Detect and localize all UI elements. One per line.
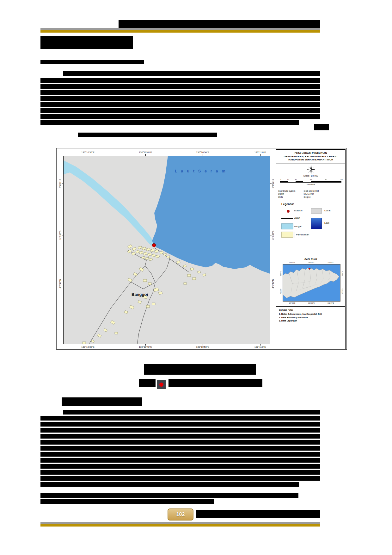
map-left-tick-label: 3°0'32"S xyxy=(59,231,62,240)
redacted-text-line xyxy=(40,499,214,504)
map-right-tick-label: 3°0'42"S xyxy=(272,279,274,289)
map-top-tick-label: 130°10'50"E xyxy=(196,151,209,154)
redacted-text-line xyxy=(40,482,299,487)
scale-tick: 30 xyxy=(295,178,297,180)
main-map: L a u t S e r a m Banggoi xyxy=(63,156,270,344)
legend-river-swatch xyxy=(281,223,293,229)
redacted-text-line xyxy=(40,84,320,89)
coordinate-system-block: Coordinate System: GCS WGS 1984 Datum: W… xyxy=(276,188,345,200)
scale-units-label: Kilometers xyxy=(276,184,345,185)
redacted-footer-text xyxy=(196,510,320,518)
inset-tick-label: 129°0'0"E xyxy=(289,262,295,264)
redacted-text-line xyxy=(40,458,320,463)
map-bottom-tick-label: 130°10'40"E xyxy=(139,346,152,348)
redacted-text-line xyxy=(63,410,320,415)
legend-settlement-swatch xyxy=(281,232,293,238)
inset-tick-label: 129°0'0"E xyxy=(289,302,295,304)
redacted-text-line xyxy=(40,120,299,125)
station-dot-icon xyxy=(159,382,164,387)
redacted-text-line xyxy=(78,133,217,137)
scale-tick: 15 xyxy=(287,178,289,180)
redacted-text-line xyxy=(40,493,298,498)
redacted-text-line xyxy=(40,428,320,433)
source-item: 2. Data Batimetry Indonesia xyxy=(279,316,343,320)
legend-title: Legenda: xyxy=(281,203,294,206)
map-title-line1: PETA LOKASI PENELITIAN xyxy=(284,152,338,155)
legend-darat-label: Darat xyxy=(324,209,331,212)
map-right-tick-label: 3°0'22"S xyxy=(272,179,274,188)
map-bottom-tick-label: 130°11'0"E xyxy=(254,346,266,348)
redacted-text-line xyxy=(40,452,320,457)
redacted-text-line xyxy=(40,108,320,113)
map-bottom-tick-label: 130°10'50"E xyxy=(196,346,209,348)
legend-divider-line xyxy=(295,232,295,238)
footer-rule-gold xyxy=(40,524,320,527)
coord-row: Coordinate System: GCS WGS 1984 xyxy=(278,190,343,192)
tick-mark xyxy=(270,235,272,235)
redacted-text-line xyxy=(40,102,320,107)
redacted-text-line xyxy=(40,422,320,427)
station-symbol xyxy=(157,380,166,389)
compass-rose-icon xyxy=(307,165,315,174)
map-left-tick-label: 3°0'22"S xyxy=(59,179,62,188)
coord-label: Coordinate System xyxy=(278,190,303,192)
map-title-line3: KABUPATEN SERAM BAGIAN TIMUR xyxy=(284,158,338,161)
map-title-line2: DESA BANGGOI, KECAMATAN BULA BARAT xyxy=(284,155,338,158)
redacted-section-title xyxy=(40,36,133,49)
map-right-tick-label: 3°0'32"S xyxy=(272,231,274,240)
legend-pemukiman-label: Pemukiman xyxy=(296,233,309,236)
coord-value: : GCS WGS 1984 xyxy=(303,190,319,192)
redacted-text-line xyxy=(40,446,320,451)
coord-row: Units: Degree xyxy=(278,196,343,198)
map-top-tick-label: 130°10'40"E xyxy=(139,151,152,154)
legend-jalan-label: Jalan xyxy=(294,216,300,219)
map-bottom-tick-label: 130°10'30"E xyxy=(81,346,94,348)
redacted-subsection-heading xyxy=(62,397,142,406)
scale-label: Skala : 1:4.000 xyxy=(276,175,345,177)
header-rule-gray xyxy=(40,28,320,30)
redacted-note-left xyxy=(139,379,156,387)
legend-land-swatch xyxy=(311,208,322,214)
village-label: Banggoi xyxy=(132,292,148,297)
redacted-figure-caption xyxy=(144,364,256,375)
redacted-subheading xyxy=(40,60,144,64)
legend-sungai-label: sungai xyxy=(294,225,302,228)
tick-mark xyxy=(270,284,272,284)
map-top-tick-label: 130°11'0"E xyxy=(254,151,266,154)
inset-title: Peta Inset xyxy=(276,258,345,261)
inset-tick-label: 3°0'0"S xyxy=(280,271,282,276)
redacted-text-line xyxy=(40,434,320,439)
inset-map xyxy=(283,264,340,302)
map-sources-section: Sumber Peta: 1. Batas Administrasi, Ina … xyxy=(276,307,345,349)
source-item: 3. Data Lapangan xyxy=(279,319,343,323)
sources-title: Sumber Peta: xyxy=(279,309,343,311)
coord-label: Datum xyxy=(278,192,303,195)
inset-tick-label: 131°0'0"E xyxy=(328,302,334,304)
inset-tick-label: 130°0'0"E xyxy=(308,302,315,304)
map-left-tick-label: 3°0'42"S xyxy=(59,279,62,289)
legend-station-icon xyxy=(287,210,290,213)
inset-station-marker xyxy=(309,268,310,270)
scale-section: Skala : 1:4.000 0 15 30 60 90 120 Kilome… xyxy=(276,164,345,188)
page-number-badge: 102 xyxy=(168,508,193,521)
map-top-tick-label: 130°10'30"E xyxy=(81,151,94,154)
legend-sea-swatch xyxy=(311,218,322,229)
redacted-text-line xyxy=(40,416,320,421)
redacted-text-line xyxy=(40,470,320,475)
inset-tick-label: 3°30'0"S xyxy=(342,289,343,294)
tick-mark xyxy=(270,184,272,184)
redacted-text-line xyxy=(40,464,320,469)
sea-label: L a u t S e r a m xyxy=(175,169,227,173)
redacted-text-line xyxy=(40,440,320,445)
legend-stasiun-label: Stasiun xyxy=(294,209,303,212)
scale-tick: 90 xyxy=(325,178,327,180)
redacted-text-line xyxy=(40,114,320,119)
coord-row: Datum: WGS 1984 xyxy=(278,192,343,195)
inset-tick-label: 131°0'0"E xyxy=(328,262,334,264)
redacted-text-line xyxy=(40,78,320,83)
redacted-text-line xyxy=(40,96,320,101)
station-marker xyxy=(152,244,156,247)
inset-map-section: Peta Inset 129°0'0"E 130°0'0"E 131°0'0"E xyxy=(276,256,345,307)
page-number: 102 xyxy=(176,512,185,517)
scale-tick: 0 xyxy=(280,178,281,180)
